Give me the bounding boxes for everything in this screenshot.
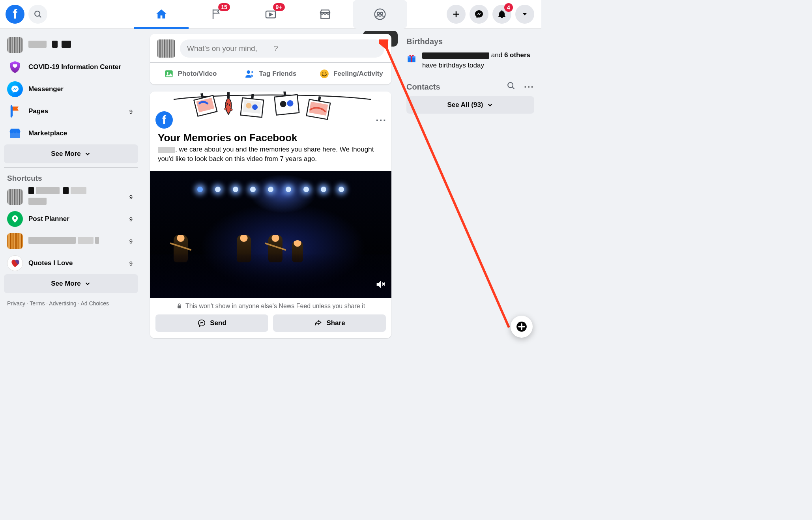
new-message-fab[interactable] <box>511 316 533 338</box>
send-label: Send <box>210 319 226 327</box>
composer-avatar[interactable] <box>157 39 175 58</box>
svg-point-12 <box>252 71 254 73</box>
sidebar-item-profile[interactable] <box>4 34 138 56</box>
svg-point-21 <box>229 104 232 106</box>
contacts-options-button[interactable]: ··· <box>524 81 534 92</box>
notifications-button[interactable]: 4 <box>492 5 511 24</box>
watch-badge: 9+ <box>273 3 285 11</box>
photo-icon <box>164 69 174 79</box>
messenger-button[interactable] <box>470 5 488 24</box>
messenger-outline-icon <box>197 319 206 327</box>
tab-pages[interactable]: 15 <box>189 0 243 28</box>
svg-point-4 <box>374 9 385 20</box>
search-button[interactable] <box>28 5 47 24</box>
sidebar-see-more[interactable]: See More <box>4 144 138 163</box>
bell-icon <box>497 9 507 19</box>
memories-share-button[interactable]: Share <box>273 314 386 332</box>
composer-tag-friends[interactable]: Tag Friends <box>230 63 311 84</box>
sidebar-item-marketplace[interactable]: Marketplace <box>4 122 138 144</box>
composer-input[interactable] <box>180 39 384 58</box>
create-button[interactable] <box>447 5 466 24</box>
pages-flag-icon <box>7 103 23 119</box>
shortcuts-see-more[interactable]: See More <box>4 274 138 293</box>
svg-point-13 <box>320 69 329 78</box>
shortcut-item[interactable]: 9 <box>4 186 138 208</box>
plus-bold-icon <box>516 321 527 332</box>
birthdays-text: and 6 others have birthdays today <box>422 50 534 70</box>
svg-point-5 <box>377 12 380 15</box>
tab-watch[interactable]: 9+ <box>243 0 298 28</box>
sidebar-item-pages[interactable]: Pages 9 <box>4 100 138 122</box>
shortcut-count: 9 <box>129 238 135 245</box>
facebook-logo-small: f <box>155 111 173 129</box>
tab-home[interactable] <box>134 0 189 28</box>
birthdays-row[interactable]: and 6 others have birthdays today <box>406 50 534 70</box>
shortcut-icon <box>7 189 23 205</box>
shortcut-item[interactable]: 9 <box>4 230 138 252</box>
contacts-see-all[interactable]: See All (93) <box>406 96 534 114</box>
share-label: Share <box>326 319 345 327</box>
tab-marketplace[interactable] <box>298 0 352 28</box>
svg-point-6 <box>380 12 383 15</box>
heart-shield-icon <box>7 59 23 75</box>
facebook-logo[interactable]: f <box>6 5 24 24</box>
heart-icon <box>7 255 23 271</box>
shortcut-item-quotes[interactable]: Quotes I Love 9 <box>4 252 138 274</box>
svg-point-0 <box>35 11 40 16</box>
shortcut-item-postplanner[interactable]: Post Planner 9 <box>4 208 138 230</box>
composer-photo-video[interactable]: Photo/Video <box>150 63 230 84</box>
svg-point-14 <box>322 72 324 73</box>
avatar-icon <box>7 37 23 53</box>
postplanner-icon <box>7 211 23 227</box>
tab-groups[interactable] <box>353 0 407 28</box>
sidebar-item-label: COVID-19 Information Center <box>28 63 135 71</box>
garland-art <box>174 92 371 131</box>
lock-icon <box>176 303 182 309</box>
svg-point-20 <box>225 103 228 105</box>
search-icon <box>507 81 515 90</box>
gift-icon <box>406 50 417 66</box>
home-icon <box>155 8 168 21</box>
svg-point-10 <box>167 72 168 73</box>
sidebar-item-label <box>28 41 135 50</box>
top-header: f 15 9+ <box>0 0 541 28</box>
pages-badge: 15 <box>218 3 230 11</box>
svg-rect-39 <box>178 305 181 308</box>
svg-point-23 <box>230 108 232 111</box>
memories-body: , we care about you and the memories you… <box>158 145 384 164</box>
tag-friends-icon <box>245 69 255 79</box>
notifications-badge: 4 <box>504 3 513 12</box>
account-menu-button[interactable] <box>515 5 534 24</box>
contacts-search-button[interactable] <box>507 81 515 92</box>
sidebar-item-messenger[interactable]: Messenger <box>4 78 138 100</box>
chevron-down-icon <box>486 101 494 108</box>
memories-video[interactable] <box>150 171 391 298</box>
nav-tabs: 15 9+ <box>134 0 407 28</box>
messenger-icon <box>7 81 23 97</box>
contacts-heading: Contacts ··· <box>406 81 534 92</box>
svg-point-15 <box>325 72 326 73</box>
composer-action-label: Photo/Video <box>178 70 217 78</box>
memories-title: Your Memories on Facebook <box>158 132 384 144</box>
svg-point-43 <box>508 82 513 88</box>
mute-icon[interactable] <box>375 279 386 292</box>
svg-point-11 <box>247 70 251 74</box>
composer-feeling[interactable]: Feeling/Activity <box>311 63 391 84</box>
sidebar-item-count: 9 <box>129 108 135 115</box>
storefront-icon <box>319 8 331 21</box>
svg-line-44 <box>513 87 515 89</box>
shortcut-label: Post Planner <box>28 215 124 223</box>
memories-header-art: f ··· <box>150 92 391 131</box>
right-sidebar: Birthdays and 6 others have birthdays to… <box>399 37 541 114</box>
left-sidebar: COVID-19 Information Center Messenger Pa… <box>0 34 142 307</box>
memories-send-button[interactable]: Send <box>155 314 268 332</box>
caret-down-icon <box>521 11 528 18</box>
sidebar-item-label: Messenger <box>28 85 135 93</box>
sidebar-item-covid[interactable]: COVID-19 Information Center <box>4 56 138 78</box>
see-more-label: See More <box>51 150 81 158</box>
shortcut-label <box>28 237 124 246</box>
memories-menu-button[interactable]: ··· <box>376 114 387 127</box>
composer-action-label: Feeling/Activity <box>333 70 383 78</box>
shortcut-label: Quotes I Love <box>28 259 124 267</box>
shortcut-label <box>28 187 124 207</box>
